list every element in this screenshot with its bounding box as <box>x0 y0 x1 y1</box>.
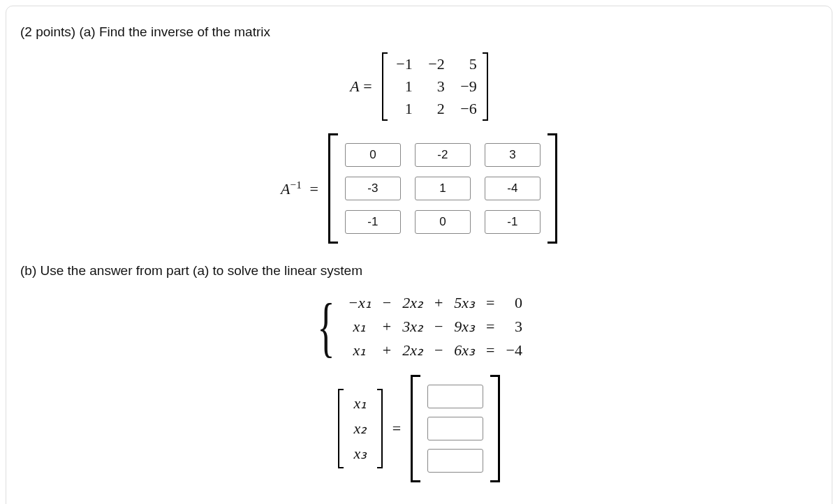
A-2-2: −6 <box>457 100 477 118</box>
x-vector: x₁ x₂ x₃ <box>338 389 383 468</box>
x3-input[interactable] <box>427 449 483 473</box>
problem-card: (2 points) (a) Find the inverse of the m… <box>6 6 832 504</box>
A-2-0: 1 <box>393 100 413 118</box>
Ainv-input-2-0[interactable]: -1 <box>345 210 401 234</box>
table-row: x₁ + 3x₂ − 9x₃ = 3 <box>342 315 528 339</box>
solution-row: x₁ x₂ x₃ = <box>20 375 818 482</box>
Ainv-input-2-1[interactable]: 0 <box>415 210 471 234</box>
Ainv-exp: −1 <box>291 179 302 191</box>
equals-sign: = <box>363 77 372 95</box>
matrix-A-inverse: 0 -2 3 -3 1 -4 -1 0 -1 <box>328 133 557 244</box>
matrix-A-display: A = −1 −2 5 1 3 −9 1 2 −6 <box>20 52 818 121</box>
A-1-2: −9 <box>457 77 477 96</box>
A-label: A <box>350 77 359 95</box>
matrix-A-inverse-row: A−1 = 0 -2 3 -3 1 -4 -1 0 -1 <box>20 133 818 244</box>
x1-input[interactable] <box>427 385 483 408</box>
Ainv-input-0-2[interactable]: 3 <box>485 143 541 167</box>
curly-brace-icon: { <box>317 300 335 354</box>
A-1-1: 3 <box>425 77 445 96</box>
system-table: −x₁ − 2x₂ + 5x₃ = 0 x₁ + 3x₂ − 9x₃ = 3 <box>342 291 528 362</box>
A-0-2: 5 <box>457 55 477 73</box>
solution-vector <box>411 375 500 482</box>
Ainv-input-0-0[interactable]: 0 <box>345 143 401 167</box>
matrix-A: −1 −2 5 1 3 −9 1 2 −6 <box>382 52 488 121</box>
Ainv-input-1-1[interactable]: 1 <box>415 177 471 200</box>
equals-sign: = <box>392 420 401 438</box>
part-a-prompt: (2 points) (a) Find the inverse of the m… <box>20 24 818 40</box>
part-b-prompt: (b) Use the answer from part (a) to solv… <box>20 263 818 279</box>
table-row: −x₁ − 2x₂ + 5x₃ = 0 <box>342 291 528 315</box>
Ainv-input-2-2[interactable]: -1 <box>485 210 541 234</box>
Ainv-input-0-1[interactable]: -2 <box>415 143 471 167</box>
x2-label: x₂ <box>351 420 370 438</box>
Ainv-A: A <box>281 180 290 198</box>
Ainv-input-1-0[interactable]: -3 <box>345 177 401 200</box>
Ainv-input-1-2[interactable]: -4 <box>485 177 541 200</box>
x1-label: x₁ <box>351 394 370 413</box>
A-0-0: −1 <box>393 55 413 73</box>
table-row: x₁ + 2x₂ − 6x₃ = −4 <box>342 339 528 362</box>
A-1-0: 1 <box>393 77 413 96</box>
A-2-1: 2 <box>425 100 445 118</box>
x3-label: x₃ <box>351 445 370 463</box>
A-0-1: −2 <box>425 55 445 73</box>
equals-sign: = <box>309 180 318 198</box>
x2-input[interactable] <box>427 417 483 440</box>
linear-system: { −x₁ − 2x₂ + 5x₃ = 0 x₁ + 3x₂ − 9x₃ <box>20 291 818 362</box>
